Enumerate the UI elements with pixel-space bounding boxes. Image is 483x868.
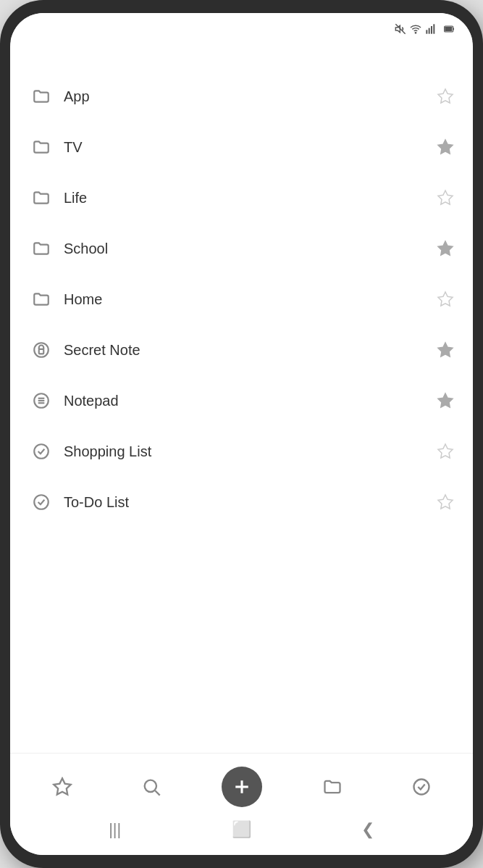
items-list: App TV Life School Home Secret Note — [10, 71, 473, 527]
list-item-todo[interactable]: To-Do List — [10, 477, 473, 527]
item-label-notepad: Notepad — [55, 393, 435, 409]
check-icon-todo — [28, 488, 55, 516]
star-icon-tv[interactable] — [435, 137, 455, 157]
star-icon-notepad[interactable] — [435, 391, 455, 411]
svg-rect-2 — [426, 30, 427, 33]
svg-rect-3 — [429, 28, 430, 34]
battery-icon — [444, 23, 455, 35]
status-icons — [395, 23, 455, 35]
folder-icon-life — [28, 184, 55, 212]
nav-star-icon — [52, 777, 72, 797]
phone-screen: App TV Life School Home Secret Note — [10, 13, 473, 855]
page-title — [10, 51, 473, 71]
nav-folder-button[interactable] — [314, 768, 351, 806]
star-icon-home[interactable] — [435, 289, 455, 309]
signal-icon — [425, 23, 437, 35]
check-icon-shopping — [28, 438, 55, 465]
svg-rect-7 — [445, 27, 452, 32]
svg-marker-12 — [438, 292, 453, 306]
svg-marker-8 — [438, 89, 453, 103]
nav-folder-icon — [322, 777, 343, 797]
nav-add-button[interactable] — [222, 767, 262, 807]
phone-device: App TV Life School Home Secret Note — [0, 0, 483, 868]
list-item-app[interactable]: App — [10, 71, 473, 122]
android-nav-bar: ||| ⬜ ❮ — [10, 813, 473, 851]
star-icon-life[interactable] — [435, 188, 455, 208]
status-bar — [10, 13, 473, 41]
wifi-icon — [410, 23, 421, 35]
svg-marker-11 — [438, 241, 453, 255]
item-label-app: App — [55, 88, 435, 105]
svg-point-23 — [34, 495, 49, 509]
nav-starred-button[interactable] — [43, 768, 81, 806]
svg-marker-9 — [438, 140, 453, 154]
back-icon[interactable]: ❮ — [361, 820, 374, 839]
list-item-home[interactable]: Home — [10, 274, 473, 325]
star-icon-shopping[interactable] — [435, 441, 455, 462]
star-icon-secret-note[interactable] — [435, 340, 455, 360]
item-label-secret-note: Secret Note — [55, 342, 435, 359]
nav-bar — [10, 761, 473, 813]
item-label-home: Home — [55, 291, 435, 308]
svg-line-27 — [155, 790, 159, 795]
svg-marker-24 — [438, 495, 453, 509]
item-label-life: Life — [55, 190, 435, 206]
svg-marker-22 — [438, 444, 453, 458]
folder-icon-school — [28, 235, 55, 262]
svg-point-1 — [415, 33, 416, 33]
svg-point-30 — [413, 780, 429, 795]
svg-rect-5 — [433, 24, 434, 33]
recent-apps-icon[interactable]: ||| — [109, 820, 121, 839]
list-item-tv[interactable]: TV — [10, 122, 473, 172]
svg-marker-10 — [438, 191, 453, 204]
nav-search-icon — [141, 777, 161, 797]
list-item-life[interactable]: Life — [10, 172, 473, 223]
item-label-todo: To-Do List — [55, 494, 435, 511]
list-item-notepad[interactable]: Notepad — [10, 375, 473, 426]
folder-icon-home — [28, 285, 55, 313]
svg-rect-14 — [39, 349, 44, 354]
lock-icon-secret-note — [28, 336, 55, 364]
svg-point-21 — [34, 444, 49, 459]
svg-point-26 — [144, 780, 156, 792]
main-content: App TV Life School Home Secret Note — [10, 43, 473, 753]
mute-icon — [395, 23, 406, 35]
star-icon-school[interactable] — [435, 238, 455, 259]
nav-check-icon — [411, 777, 432, 797]
bottom-navigation: ||| ⬜ ❮ — [10, 753, 473, 855]
item-label-shopping: Shopping List — [55, 443, 435, 460]
svg-marker-25 — [54, 778, 70, 794]
list-item-secret-note[interactable]: Secret Note — [10, 325, 473, 375]
svg-marker-20 — [438, 393, 453, 407]
home-icon[interactable]: ⬜ — [232, 820, 251, 839]
list-item-school[interactable]: School — [10, 223, 473, 274]
folder-icon-app — [28, 83, 55, 110]
nav-search-button[interactable] — [133, 768, 170, 806]
nav-add-icon — [231, 776, 253, 798]
folder-icon-tv — [28, 133, 55, 161]
item-label-school: School — [55, 241, 435, 257]
list-icon-notepad — [28, 387, 55, 414]
star-icon-todo[interactable] — [435, 492, 455, 512]
list-item-shopping[interactable]: Shopping List — [10, 426, 473, 477]
item-label-tv: TV — [55, 139, 435, 156]
nav-check-button[interactable] — [403, 768, 440, 806]
star-icon-app[interactable] — [435, 86, 455, 107]
svg-marker-15 — [438, 343, 453, 356]
svg-rect-4 — [431, 26, 432, 34]
